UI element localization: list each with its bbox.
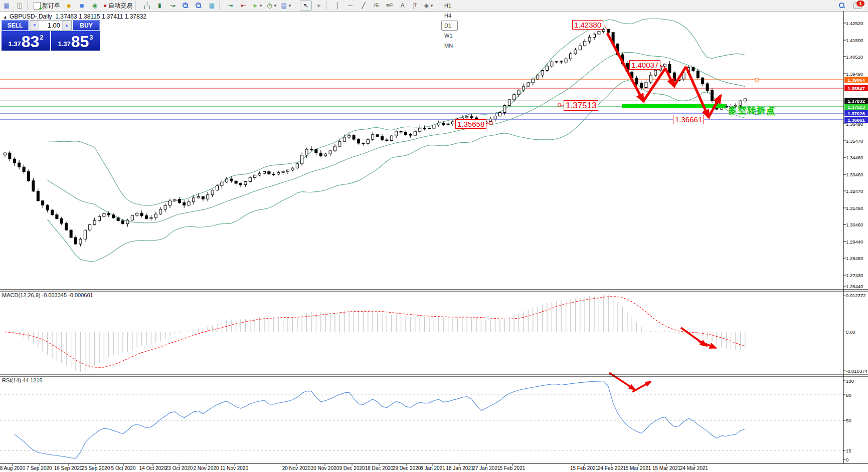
date-label: 18 Jan 2021 (446, 465, 473, 471)
volume-control: ▼ ▲ (30, 20, 72, 31)
price-badge: 1.38547 (844, 85, 868, 91)
chart-title: ▲GBPUSD-,Daily 1.37463 1.38115 1.37411 1… (3, 13, 146, 20)
price-axis-label: 1.27430 (846, 273, 863, 278)
date-label: 27 Jan 2021 (472, 465, 500, 471)
macd-axis-min: -0.010374 (846, 368, 867, 374)
date-label: 25 Sep 2020 (82, 465, 110, 471)
mt4-terminal: ▦ ◫ + 新订单 ◆ ◙ ◉ ● 自动交易 ╷╵╷ ▮ ↝ + − ▦ ⇥ ⇤… (0, 0, 868, 472)
price-badge: 1.37832 (844, 98, 868, 104)
price-callout[interactable]: 1.40037 (629, 60, 660, 70)
price-axis-label: 1.41500 (846, 38, 863, 43)
price-axis-label: 1.26440 (846, 284, 863, 289)
price-axis-label: 1.29440 (846, 239, 863, 245)
date-label: 9 Dec 2020 (339, 465, 365, 471)
price-axis-label: 1.30460 (846, 222, 863, 227)
chart-canvas[interactable] (0, 0, 868, 472)
date-label: 20 Nov 2020 (282, 465, 311, 471)
date-label: 29 Dec 2020 (393, 465, 421, 471)
price-axis-label: 1.39490 (846, 71, 863, 77)
price-badge: 1.37026 (844, 110, 868, 116)
price-axis-label: 1.28450 (846, 256, 863, 261)
price-axis-label: 1.34480 (846, 155, 863, 160)
date-label: 2 Nov 2020 (193, 465, 219, 471)
date-label: 5 Oct 2020 (111, 465, 136, 471)
sell-price[interactable]: 1.37 83 2 (2, 31, 50, 51)
price-axis-label: 1.33460 (846, 172, 863, 177)
price-axis-label: 1.35470 (846, 138, 863, 144)
price-badge: 1.36661 (844, 117, 868, 123)
rsi-level-50: 50 (846, 418, 851, 423)
date-label: 16 Sep 2020 (54, 465, 83, 471)
volume-up-button[interactable]: ▲ (62, 21, 71, 30)
date-label: 8 Aug 2020 (0, 465, 25, 471)
buy-price[interactable]: 1.37 85 3 (51, 31, 100, 51)
macd-axis-max: 0.012372 (846, 293, 866, 298)
ohlc-values: 1.37463 1.38115 1.37411 1.37832 (55, 13, 146, 20)
price-callout[interactable]: 1.35658 (455, 119, 486, 129)
date-label: 7 Sep 2020 (26, 465, 52, 471)
volume-down-button[interactable]: ▼ (30, 21, 39, 30)
price-callout[interactable]: 1.37513 (564, 100, 598, 111)
macd-axis-zero: 0.00 (846, 329, 855, 335)
date-label: 23 Oct 2020 (165, 465, 193, 471)
date-label: 24 Feb 2021 (598, 465, 626, 471)
date-label: 5 Mar 2021 (626, 465, 651, 471)
rsi-level-15: 15 (846, 448, 851, 453)
zone-annotation-label: 多空转折点 (728, 105, 776, 116)
volume-input[interactable] (39, 21, 62, 30)
price-axis-label: 1.40510 (846, 54, 863, 60)
buy-button[interactable]: BUY (73, 20, 100, 31)
rsi-level-0: 0 (846, 457, 848, 462)
date-label: 8 Jan 2021 (420, 465, 445, 471)
date-label: 14 Oct 2020 (139, 465, 166, 471)
price-badge: 1.39064 (844, 77, 868, 83)
price-badge: 1.37513 (844, 104, 868, 110)
one-click-trading-panel: SELL ▼ ▲ BUY 1.37 83 2 1.37 85 3 (2, 20, 100, 51)
date-label: 18 Dec 2020 (365, 465, 394, 471)
date-label: 24 Mar 2021 (680, 465, 708, 471)
date-label: 5 Feb 2021 (500, 465, 526, 471)
symbol-period: GBPUSD-,Daily (10, 13, 52, 20)
rsi-label: RSI(14) 44.1215 (2, 377, 43, 383)
date-label: 15 Mar 2021 (652, 465, 680, 471)
rsi-level-100: 100 (846, 378, 854, 384)
price-axis-label: 1.31450 (846, 205, 863, 211)
price-callout[interactable]: 1.36661 (673, 115, 704, 124)
date-label: 15 Feb 2021 (570, 465, 598, 471)
sell-button[interactable]: SELL (2, 20, 29, 31)
date-label: 11 Nov 2020 (220, 465, 248, 471)
price-callout[interactable]: 1.42380 (572, 20, 603, 30)
rsi-level-80: 80 (846, 392, 851, 398)
price-axis-label: 1.32470 (846, 188, 863, 194)
macd-label: MACD(12,26,9) -0.003345 -0.000601 (2, 292, 93, 298)
date-label: 30 Nov 2020 (311, 465, 339, 471)
price-axis-label: 1.42520 (846, 21, 863, 26)
